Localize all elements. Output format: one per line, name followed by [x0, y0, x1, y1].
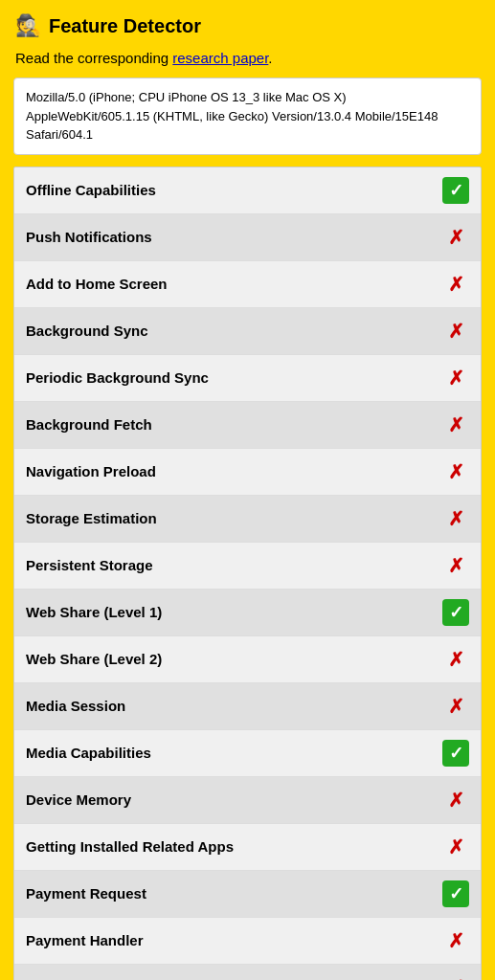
subtitle-text: Read the corresponding — [15, 50, 172, 66]
table-row: Storage Estimation — [14, 496, 481, 543]
check-icon — [449, 743, 463, 764]
feature-status-icon — [442, 834, 469, 860]
research-paper-link[interactable]: research paper — [172, 50, 268, 66]
feature-status-icon — [442, 271, 469, 298]
table-row: Web Share (Level 2) — [14, 636, 481, 683]
cross-icon — [448, 507, 464, 530]
cross-icon — [448, 648, 464, 671]
check-icon — [449, 602, 463, 623]
subtitle-after: . — [268, 50, 272, 66]
cross-icon — [448, 835, 464, 858]
app-header: 🕵️ Feature Detector — [0, 0, 495, 46]
table-row: Media Session — [14, 683, 481, 730]
cross-icon — [448, 554, 464, 577]
feature-status-icon — [442, 505, 469, 532]
subtitle-area: Read the corresponding research paper. — [0, 46, 495, 78]
table-row: Web Share (Level 1) — [14, 590, 481, 636]
cross-icon — [448, 413, 464, 436]
feature-label: Push Notifications — [26, 229, 152, 245]
cross-icon — [448, 226, 464, 249]
feature-status-icon — [442, 599, 469, 626]
table-row: Background Fetch — [14, 402, 481, 449]
feature-label: Storage Estimation — [26, 510, 157, 526]
feature-label: Offline Capabilities — [26, 182, 156, 198]
table-row: Device Memory — [14, 777, 481, 824]
feature-label: Navigation Preload — [26, 463, 156, 479]
feature-status-icon — [442, 927, 469, 954]
feature-status-icon — [442, 552, 469, 579]
feature-label: Persistent Storage — [26, 557, 153, 573]
feature-label: Media Session — [26, 698, 125, 714]
feature-status-icon — [442, 740, 469, 767]
table-row: Push Notifications — [14, 214, 481, 261]
table-row: Navigation Preload — [14, 449, 481, 496]
feature-status-icon — [442, 974, 469, 981]
check-icon — [449, 180, 463, 201]
feature-label: Background Fetch — [26, 416, 152, 433]
feature-status-icon — [442, 693, 469, 720]
feature-label: Getting Installed Related Apps — [26, 838, 234, 855]
table-row: Payment Request — [14, 871, 481, 918]
user-agent-display: Mozilla/5.0 (iPhone; CPU iPhone OS 13_3 … — [13, 78, 482, 155]
feature-status-icon — [442, 880, 469, 907]
feature-label: Background Sync — [26, 323, 148, 339]
feature-status-icon — [442, 318, 469, 345]
app-title: Feature Detector — [49, 15, 201, 37]
cross-icon — [448, 320, 464, 343]
table-row: Periodic Background Sync — [14, 355, 481, 402]
cross-icon — [448, 789, 464, 812]
table-row: Persistent Storage — [14, 543, 481, 590]
features-table: Offline CapabilitiesPush NotificationsAd… — [13, 167, 482, 981]
cross-icon — [448, 273, 464, 296]
table-row: Background Sync — [14, 308, 481, 355]
table-row: Payment Handler — [14, 918, 481, 965]
feature-label: Web Share (Level 2) — [26, 651, 162, 667]
table-row: Offline Capabilities — [14, 167, 481, 214]
feature-label: Payment Handler — [26, 932, 144, 948]
table-row: Add to Home Screen — [14, 261, 481, 308]
table-row: Getting Installed Related Apps — [14, 824, 481, 871]
app-icon: 🕵️ — [15, 13, 41, 38]
cross-icon — [448, 929, 464, 952]
cross-icon — [448, 976, 464, 981]
feature-label: Periodic Background Sync — [26, 369, 209, 386]
feature-status-icon — [442, 412, 469, 438]
feature-label: Add to Home Screen — [26, 276, 168, 292]
cross-icon — [448, 460, 464, 483]
cross-icon — [448, 695, 464, 718]
feature-status-icon — [442, 646, 469, 673]
feature-status-icon — [442, 177, 469, 204]
check-icon — [449, 883, 463, 904]
feature-status-icon — [442, 365, 469, 391]
feature-label: Web Share (Level 1) — [26, 604, 162, 620]
cross-icon — [448, 367, 464, 390]
feature-status-icon — [442, 787, 469, 813]
table-row: Credential Management — [14, 965, 481, 981]
table-row: Media Capabilities — [14, 730, 481, 777]
feature-label: Media Capabilities — [26, 745, 151, 761]
feature-label: Device Memory — [26, 791, 131, 808]
feature-status-icon — [442, 224, 469, 251]
feature-status-icon — [442, 458, 469, 485]
feature-label: Payment Request — [26, 885, 146, 902]
